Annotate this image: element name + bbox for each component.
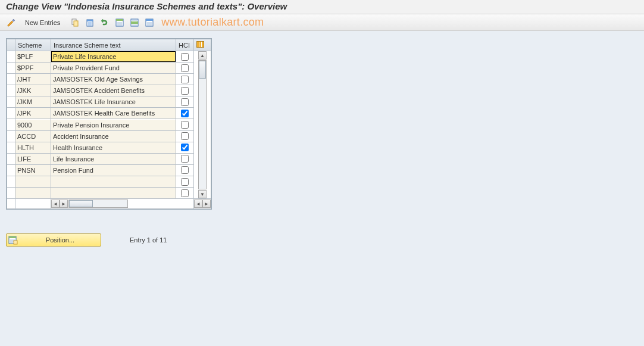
new-entries-button[interactable]: New Entries xyxy=(21,17,64,29)
svg-rect-9 xyxy=(146,19,153,21)
scheme-input[interactable] xyxy=(15,96,51,107)
scheme-text-input[interactable] xyxy=(51,120,176,130)
select-all-rows[interactable] xyxy=(7,39,15,51)
scheme-text-input[interactable] xyxy=(51,96,176,107)
page-title: Change View "Indonesia Insurance Schemes… xyxy=(6,1,287,11)
vscroll-thumb[interactable] xyxy=(199,61,206,79)
scheme-input[interactable] xyxy=(15,154,51,164)
row-selector[interactable] xyxy=(7,63,15,74)
table-row xyxy=(7,96,211,108)
configure-columns-button[interactable] xyxy=(194,39,211,51)
position-button[interactable]: Position... xyxy=(6,233,101,247)
scheme-input[interactable] xyxy=(15,131,51,142)
scheme-text-input[interactable] xyxy=(51,165,176,176)
footer-row: Position... Entry 1 of 11 xyxy=(6,233,638,247)
scheme-text-input[interactable] xyxy=(51,154,176,164)
undo-icon[interactable] xyxy=(98,17,111,29)
row-selector[interactable] xyxy=(7,188,15,199)
scheme-input[interactable] xyxy=(15,142,51,153)
select-block-icon[interactable] xyxy=(128,17,141,29)
scheme-text-input[interactable] xyxy=(51,188,176,198)
hscroll-thumb[interactable] xyxy=(69,200,93,207)
scheme-input[interactable] xyxy=(15,165,51,176)
title-bar: Change View "Indonesia Insurance Schemes… xyxy=(0,0,644,14)
row-selector[interactable] xyxy=(7,142,15,153)
vscroll-down-button[interactable]: ▼ xyxy=(198,190,207,198)
hscroll-left-button[interactable]: ◄ xyxy=(51,200,60,208)
content-area: Scheme Insurance Scheme text HCI ▲▼ ◄ ► xyxy=(0,31,644,346)
scheme-input[interactable] xyxy=(15,63,51,73)
deselect-all-icon[interactable] xyxy=(143,17,156,29)
table-container: Scheme Insurance Scheme text HCI ▲▼ ◄ ► xyxy=(6,38,212,210)
scheme-input[interactable] xyxy=(15,188,51,198)
row-selector[interactable] xyxy=(7,176,15,188)
hci-checkbox[interactable] xyxy=(181,132,189,140)
delete-icon[interactable] xyxy=(83,17,96,29)
table-row xyxy=(7,164,211,176)
hscroll-spacer xyxy=(15,199,51,209)
scheme-input[interactable] xyxy=(15,108,51,119)
table-row-empty xyxy=(7,188,211,199)
scheme-text-input[interactable] xyxy=(51,85,176,96)
hci-checkbox[interactable] xyxy=(181,53,189,61)
scheme-input[interactable] xyxy=(15,120,51,130)
scheme-text-input[interactable] xyxy=(51,131,176,142)
hscroll-right2-button[interactable]: ► xyxy=(202,200,211,208)
scheme-text-input[interactable] xyxy=(51,74,176,85)
svg-rect-5 xyxy=(116,19,123,21)
column-text[interactable]: Insurance Scheme text xyxy=(51,39,176,51)
scheme-text-input[interactable] xyxy=(51,142,176,153)
table-row: ▲▼ xyxy=(7,51,211,63)
position-label: Position... xyxy=(46,236,74,244)
hci-checkbox[interactable] xyxy=(181,64,189,72)
hci-checkbox[interactable] xyxy=(181,144,189,151)
scheme-text-input[interactable] xyxy=(51,108,176,119)
row-selector[interactable] xyxy=(7,74,15,85)
row-selector[interactable] xyxy=(7,108,15,119)
hscroll-right-button[interactable]: ► xyxy=(60,200,68,208)
svg-rect-1 xyxy=(74,21,78,26)
column-scheme[interactable]: Scheme xyxy=(15,39,51,51)
hscroll-left2-button[interactable]: ◄ xyxy=(194,200,202,208)
scheme-text-input[interactable] xyxy=(51,176,176,187)
vscroll-up-button[interactable]: ▲ xyxy=(198,51,207,60)
scheme-input[interactable] xyxy=(15,85,51,96)
hci-checkbox[interactable] xyxy=(181,87,189,95)
row-selector[interactable] xyxy=(7,96,15,108)
scheme-text-input[interactable] xyxy=(51,51,176,62)
toggle-edit-icon[interactable] xyxy=(5,17,18,29)
svg-rect-7 xyxy=(131,21,138,24)
scheme-input[interactable] xyxy=(15,176,51,187)
row-selector[interactable] xyxy=(7,164,15,176)
column-hci[interactable]: HCI xyxy=(176,39,194,51)
hscroll-track[interactable] xyxy=(68,200,128,208)
hci-checkbox[interactable] xyxy=(181,110,189,117)
table-row xyxy=(7,153,211,164)
row-selector[interactable] xyxy=(7,153,15,164)
hci-checkbox[interactable] xyxy=(181,98,189,106)
hci-checkbox[interactable] xyxy=(181,178,189,186)
table-row xyxy=(7,130,211,142)
hci-checkbox[interactable] xyxy=(181,166,189,174)
scheme-text-input[interactable] xyxy=(51,63,176,73)
hci-checkbox[interactable] xyxy=(181,76,189,83)
row-selector[interactable] xyxy=(7,130,15,142)
svg-rect-11 xyxy=(9,236,16,238)
watermark-text: www.tutorialkart.com xyxy=(161,16,264,29)
scheme-input[interactable] xyxy=(15,51,51,62)
row-selector[interactable] xyxy=(7,85,15,96)
vscroll-track[interactable] xyxy=(198,60,207,189)
position-icon xyxy=(8,235,18,245)
app-toolbar: New Entries www.tutorialkart.com xyxy=(0,14,644,31)
insurance-table: Scheme Insurance Scheme text HCI ▲▼ ◄ ► xyxy=(7,39,211,209)
hci-checkbox[interactable] xyxy=(181,155,189,163)
row-selector[interactable] xyxy=(7,119,15,130)
hscroll-right-area: ◄ ► xyxy=(194,199,211,209)
hci-checkbox[interactable] xyxy=(181,121,189,129)
entry-counter: Entry 1 of 11 xyxy=(130,236,167,244)
select-all-icon[interactable] xyxy=(113,17,126,29)
hci-checkbox[interactable] xyxy=(181,189,189,197)
copy-as-icon[interactable] xyxy=(68,17,82,29)
row-selector[interactable] xyxy=(7,51,15,63)
scheme-input[interactable] xyxy=(15,74,51,85)
